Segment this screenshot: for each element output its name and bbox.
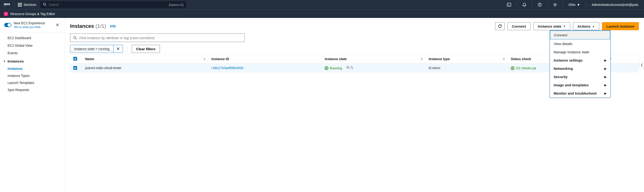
close-icon[interactable]: ✕ <box>54 21 60 29</box>
menu-item-instance-settings[interactable]: Instance settings▶ <box>550 56 610 64</box>
menu-label: Instance settings <box>554 58 583 62</box>
resource-groups-icon <box>4 12 8 16</box>
page-title-text: Instances <box>70 23 94 29</box>
svg-line-18 <box>76 38 77 40</box>
divider <box>532 2 532 7</box>
svg-point-14 <box>540 6 540 6</box>
row-checkbox[interactable] <box>73 66 77 70</box>
svg-rect-11 <box>507 3 511 6</box>
main-content: Instances (1/1) Info Connect Instance st… <box>65 18 644 192</box>
divider <box>0 32 65 32</box>
clear-filters-button[interactable]: Clear filters <box>132 45 160 53</box>
menu-item-view-details[interactable]: View details <box>550 40 610 48</box>
menu-label: Manage instance state <box>554 50 589 54</box>
menu-item-manage-state[interactable]: Manage instance state <box>550 48 610 56</box>
sidebar-item-launch-templates[interactable]: Launch Templates <box>0 79 65 86</box>
col-instance-id[interactable]: Instance ID <box>208 54 321 64</box>
header-label: Status check <box>511 57 531 61</box>
chevron-down-icon: ▼ <box>577 3 580 6</box>
expand-panel-icon[interactable]: ❮ <box>639 61 644 68</box>
header-label: Instance state <box>324 57 346 61</box>
svg-line-10 <box>45 5 46 6</box>
sidebar-item-instance-types[interactable]: Instance Types <box>0 72 65 79</box>
sidebar: New EC2 Experience Tell us what you thin… <box>0 18 65 192</box>
divider <box>516 2 517 7</box>
remove-filter-icon[interactable]: ✕ <box>113 45 123 52</box>
services-button[interactable]: Services <box>18 3 36 6</box>
svg-line-20 <box>348 68 349 69</box>
chevron-right-icon: ▶ <box>604 67 606 70</box>
menu-item-security[interactable]: Security▶ <box>550 73 610 81</box>
page-count: (1/1) <box>96 23 106 29</box>
divider <box>547 2 548 7</box>
new-exp-feedback-link[interactable]: Tell us what you think <box>14 26 45 29</box>
cloudshell-icon[interactable] <box>505 1 513 8</box>
sort-icon: ▽ <box>421 58 423 60</box>
state-label: Running <box>330 66 342 70</box>
region-selector[interactable]: Ohio ▼ <box>567 3 582 6</box>
launch-label: Launch instance <box>606 24 634 28</box>
sidebar-group-instances[interactable]: ▼ Instances <box>0 57 65 65</box>
checkbox-icon[interactable] <box>73 57 77 60</box>
col-instance-state[interactable]: Instance state▽ <box>321 54 425 64</box>
menu-item-connect[interactable]: Connect <box>550 31 610 40</box>
svg-line-24 <box>352 68 353 69</box>
sidebar-item-events[interactable]: Events <box>0 49 65 57</box>
launch-instance-button[interactable]: Launch instance <box>602 22 639 30</box>
sidebar-item-spot-requests[interactable]: Spot Requests <box>0 86 65 94</box>
sub-header-label[interactable]: Resource Groups & Tag Editor <box>10 12 55 16</box>
account-label[interactable]: AdministratorAccess/josh@pulu <box>590 3 640 6</box>
menu-item-networking[interactable]: Networking▶ <box>550 64 610 73</box>
check-circle-icon <box>324 66 328 70</box>
status-label: 2/2 checks pa <box>516 66 536 70</box>
menu-label: Monitor and troubleshoot <box>554 91 596 95</box>
search-input[interactable] <box>48 3 166 6</box>
page-title: Instances (1/1) <box>70 23 106 29</box>
header-label: Instance ID <box>211 57 229 61</box>
instance-state-label: Instance state <box>538 24 562 28</box>
actions-label: Actions <box>578 24 590 28</box>
sidebar-item-instances[interactable]: Instances <box>0 65 65 72</box>
aws-logo[interactable]: aws ⌣ <box>4 2 10 8</box>
filter-chip-label: Instance state = running <box>71 47 112 51</box>
refresh-button[interactable] <box>495 22 504 30</box>
settings-icon[interactable] <box>551 1 559 8</box>
col-name[interactable]: Name▽ <box>82 54 208 64</box>
notifications-icon[interactable] <box>521 1 528 8</box>
connect-button[interactable]: Connect <box>508 22 530 30</box>
zoom-icons[interactable] <box>346 66 353 69</box>
divider <box>14 2 14 7</box>
sort-icon: ▽ <box>204 58 206 60</box>
svg-point-23 <box>350 66 352 68</box>
chevron-right-icon: ▶ <box>604 59 606 62</box>
new-experience-banner: New EC2 Experience Tell us what you thin… <box>0 18 65 31</box>
refresh-icon <box>498 24 502 28</box>
menu-item-image-templates[interactable]: Image and templates▶ <box>550 81 610 89</box>
global-search[interactable]: [Option+S] <box>40 1 186 8</box>
check-circle-icon <box>511 66 514 70</box>
search-shortcut: [Option+S] <box>169 3 184 6</box>
svg-rect-2 <box>21 3 22 4</box>
connect-label: Connect <box>512 24 526 28</box>
new-experience-toggle[interactable] <box>4 23 11 27</box>
actions-button[interactable]: Actions ▲ <box>573 22 599 30</box>
svg-rect-8 <box>21 6 22 6</box>
menu-label: Image and templates <box>554 83 588 87</box>
instance-filter[interactable] <box>70 34 245 42</box>
cell-type: t3.micro <box>425 64 508 73</box>
info-link[interactable]: Info <box>110 24 116 28</box>
page-header: Instances (1/1) Info Connect Instance st… <box>70 22 639 30</box>
select-all-header[interactable] <box>70 54 82 64</box>
menu-item-monitor[interactable]: Monitor and troubleshoot▶ <box>550 89 610 98</box>
sidebar-item-global-view[interactable]: EC2 Global View <box>0 42 65 49</box>
svg-point-17 <box>74 36 76 39</box>
actions-menu: Connect View details Manage instance sta… <box>550 30 610 98</box>
help-icon[interactable] <box>536 1 544 8</box>
filter-chip: Instance state = running ✕ <box>70 45 123 53</box>
col-instance-type[interactable]: Instance type▽ <box>425 54 508 64</box>
search-icon <box>73 36 77 40</box>
instance-state-button[interactable]: Instance state ▼ <box>533 22 570 30</box>
sidebar-item-dashboard[interactable]: EC2 Dashboard <box>0 34 65 42</box>
filter-input[interactable] <box>79 36 242 40</box>
cell-instance-id[interactable]: i-08c27e3aefb8b495d <box>208 64 321 73</box>
